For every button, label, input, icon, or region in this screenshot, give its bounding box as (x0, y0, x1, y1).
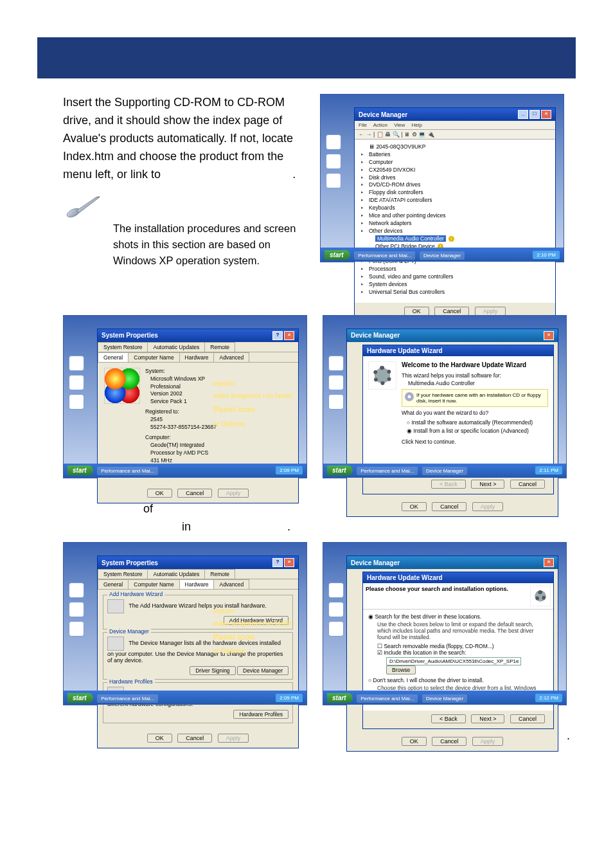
start-button[interactable]: start (67, 466, 93, 475)
device-manager-icon (107, 637, 124, 651)
next-button[interactable]: Next > (471, 480, 504, 489)
next-button[interactable]: Next > (471, 714, 504, 723)
cd-icon (405, 392, 414, 401)
wizard-heading: Please choose your search and installati… (366, 586, 530, 592)
start-button[interactable]: start (324, 250, 350, 260)
intro-text: Insert the Supporting CD-ROM to CD-ROM d… (63, 94, 299, 307)
hardware-profiles-button[interactable]: Hardware Profiles (233, 710, 289, 719)
note-paragraph: The installation procedures and screen s… (113, 221, 299, 268)
wizard-heading: Welcome to the Hardware Update Wizard (402, 361, 548, 368)
selected-multimedia-audio[interactable]: Multimedia Audio Controller (375, 235, 446, 242)
radio-dont-search[interactable]: Don't search. I will choose the driver t… (368, 677, 548, 683)
tab-advanced[interactable]: Advanced (213, 352, 249, 362)
browse-button[interactable]: Browse (386, 665, 416, 674)
cancel-button[interactable]: Cancel (434, 307, 469, 316)
check-include-location[interactable]: Include this location in the search: (377, 649, 548, 656)
header-band (37, 37, 576, 78)
back-button[interactable]: < Back (431, 714, 466, 723)
close-icon[interactable]: × (544, 331, 554, 340)
screenshot-hw-wizard-search: Device Manager × Hardware Update Wizard … (323, 542, 567, 705)
wizard-gear-icon (368, 361, 396, 390)
screenshot-system-properties-general: System Properties ?× System Restore Auto… (63, 315, 307, 478)
device-tree[interactable]: 🖥 2045-08Q3OV9UKP Batteries Computer CX2… (361, 143, 550, 296)
wizard-icon (107, 599, 124, 613)
minimize-icon[interactable]: _ (518, 110, 528, 119)
ok-button[interactable]: OK (147, 489, 172, 498)
apply-button: Apply (218, 489, 249, 498)
taskbar-item[interactable]: Device Manager (420, 251, 465, 260)
check-removable[interactable]: Search removable media (floppy, CD-ROM..… (377, 643, 548, 649)
screenshot-hw-wizard-welcome: Device Manager × Hardware Update Wizard … (323, 315, 567, 478)
clock: 2:10 PM (533, 251, 560, 259)
radio-search-best[interactable]: Search for the best driver in these loca… (368, 613, 548, 620)
help-icon[interactable]: ? (272, 331, 283, 340)
back-button: < Back (431, 480, 466, 489)
taskbar-item[interactable]: Performance and Mai... (354, 251, 415, 260)
cancel-button[interactable]: Cancel (177, 489, 212, 498)
pen-icon (60, 186, 109, 231)
maximize-icon[interactable]: □ (529, 110, 540, 119)
tab-hardware[interactable]: Hardware (179, 579, 215, 589)
windows-logo-icon (104, 368, 140, 404)
toolbar: ← → | 📋 🖶 🔍 | 🖥 ⚙ 💻 🔌 (355, 130, 555, 140)
cancel-button[interactable]: Cancel (510, 480, 545, 489)
driver-signing-button[interactable]: Driver Signing (190, 666, 235, 675)
window-title: System Properties (102, 332, 158, 339)
close-icon[interactable]: × (284, 331, 294, 340)
tab-system-restore[interactable]: System Restore (98, 342, 148, 352)
tab-computer-name[interactable]: Computer Name (128, 352, 179, 362)
radio-advanced[interactable]: Install from a list or specific location… (407, 427, 543, 436)
partial-cp-text: mputer make programs run faster Panel ic… (213, 605, 292, 658)
window-title: System Properties (102, 559, 158, 566)
window-title: Device Manager (351, 332, 400, 339)
tab-hardware[interactable]: Hardware (179, 352, 215, 362)
cd-note: If your hardware came with an installati… (402, 389, 548, 407)
window-title: Device Manager (359, 111, 407, 118)
tab-remote[interactable]: Remote (204, 342, 235, 352)
location-path-input[interactable]: D:\Driver\Driver_Audio\AMD\UCX5536\Codec… (386, 657, 521, 665)
wizard-gear-icon (530, 586, 551, 606)
screenshot-system-properties-hardware: System Properties ?× System Restore Auto… (63, 542, 307, 705)
close-icon[interactable]: × (541, 110, 551, 119)
tab-general[interactable]: General (98, 352, 129, 362)
apply-button: Apply (475, 307, 506, 316)
radio-auto[interactable]: Install the software automatically (Reco… (407, 419, 543, 428)
ok-button[interactable]: OK (404, 307, 429, 316)
screenshot-device-manager: Device Manager _ □ × File Action View He (320, 94, 564, 262)
tab-auto-updates[interactable]: Automatic Updates (147, 342, 205, 352)
menubar: File Action View Help (355, 121, 555, 130)
device-manager-button[interactable]: Device Manager (237, 666, 289, 675)
partial-cp-text: mputer make programs run faster Panel ic… (213, 377, 292, 430)
cancel-button[interactable]: Cancel (510, 714, 545, 723)
system-info: System: Microsoft Windows XP Professiona… (145, 368, 217, 477)
